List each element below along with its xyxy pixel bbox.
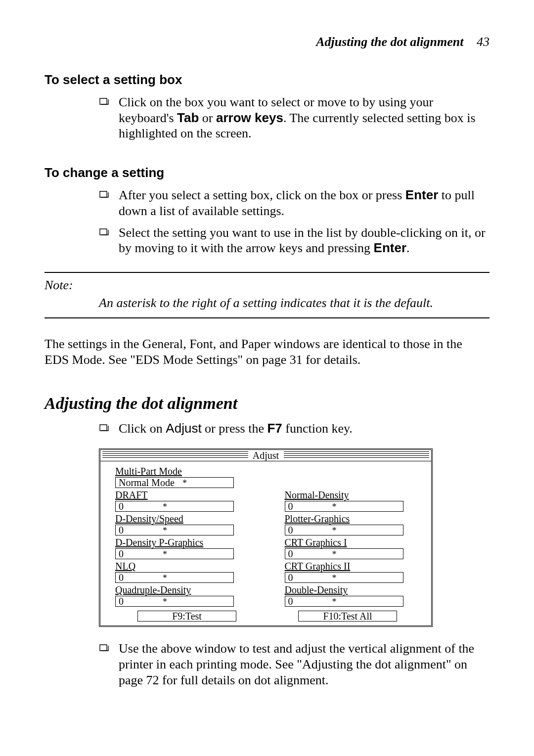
field-label-draft: DRAFT <box>115 489 250 501</box>
field-value: 0 <box>119 501 124 511</box>
dialog-body: Multi-Part Mode Normal Mode * DRAFT 0 * … <box>100 461 431 625</box>
dialog-right-column: Normal-Density 0 * Plotter-Graphics 0 * … <box>285 464 420 608</box>
adjust-dialog-wrap: Adjust Multi-Part Mode Normal Mode * DRA… <box>99 448 490 627</box>
field-value: 0 <box>288 549 293 559</box>
field-value: 0 <box>288 596 293 606</box>
default-asterisk-icon: * <box>332 549 337 559</box>
list-item: Click on the box you want to select or m… <box>99 94 490 141</box>
divider <box>44 317 490 318</box>
field-label-crt-graphics-2: CRT Graphics II <box>285 561 420 572</box>
text: After you select a setting box, click on… <box>119 188 405 202</box>
field-input-plotter-graphics[interactable]: 0 * <box>285 525 403 535</box>
field-value: Normal Mode <box>119 478 175 488</box>
dialog-left-column: Multi-Part Mode Normal Mode * DRAFT 0 * … <box>115 464 250 608</box>
page-number: 43 <box>477 35 490 49</box>
list-item: After you select a setting box, click on… <box>99 187 490 219</box>
field-value: 0 <box>119 525 124 535</box>
text: . <box>406 241 410 255</box>
paragraph: The settings in the General, Font, and P… <box>44 336 490 367</box>
list-item: Select the setting you want to use in th… <box>99 225 490 256</box>
checkbox-bullet-icon <box>99 227 110 236</box>
note-label: Note: <box>44 278 490 293</box>
checkbox-bullet-icon <box>99 423 110 432</box>
bold-text-enter: Enter <box>405 187 438 202</box>
field-label-quadruple-density: Quadruple-Density <box>115 584 250 596</box>
list-item: Click on Adjust or press the F7 function… <box>99 421 490 437</box>
field-input-crt-graphics-2[interactable]: 0 * <box>285 572 403 583</box>
default-asterisk-icon: * <box>332 573 337 583</box>
test-all-button[interactable]: F10:Test All <box>298 611 397 622</box>
field-value: 0 <box>119 549 124 559</box>
field-label-normal-density: Normal-Density <box>285 489 420 501</box>
list-item-text: Click on Adjust or press the F7 function… <box>119 421 490 437</box>
field-input-multi-part[interactable]: Normal Mode * <box>115 477 234 488</box>
field-input-double-density[interactable]: 0 * <box>285 596 403 607</box>
field-input-ddensity-speed[interactable]: 0 * <box>115 525 234 535</box>
bold-text-arrow-keys: arrow keys <box>216 110 283 125</box>
running-title: Adjusting the dot alignment <box>316 35 463 49</box>
default-asterisk-icon: * <box>163 502 167 512</box>
text: function key. <box>282 421 353 436</box>
field-value: 0 <box>119 573 124 582</box>
field-label-crt-graphics-1: CRT Graphics I <box>285 537 420 548</box>
text: or <box>199 111 216 125</box>
field-input-ddensity-pgraphics[interactable]: 0 * <box>115 548 234 559</box>
test-button[interactable]: F9:Test <box>137 611 236 622</box>
divider <box>44 272 490 273</box>
field-label-ddensity-speed: D-Density/Speed <box>115 513 250 525</box>
list-item-text: After you select a setting box, click on… <box>119 187 490 219</box>
titlebar-stripes-icon <box>102 451 248 459</box>
field-input-draft[interactable]: 0 * <box>115 501 234 512</box>
field-input-quadruple-density[interactable]: 0 * <box>115 596 234 607</box>
default-asterisk-icon: * <box>163 549 167 559</box>
heading-change-setting: To change a setting <box>44 165 490 180</box>
list-item-text: Use the above window to test and adjust … <box>119 641 490 688</box>
text: Click on <box>119 421 166 436</box>
default-asterisk-icon: * <box>163 526 167 535</box>
default-asterisk-icon: * <box>163 597 167 607</box>
dialog-title: Adjust <box>250 450 282 461</box>
default-asterisk-icon: * <box>163 573 167 583</box>
field-value: 0 <box>288 525 293 535</box>
list-item: Use the above window to test and adjust … <box>99 641 490 688</box>
field-value: 0 <box>119 596 124 606</box>
titlebar-stripes-icon <box>284 451 430 459</box>
field-value: 0 <box>288 573 293 582</box>
bold-text-tab: Tab <box>177 110 199 125</box>
note-body: An asterisk to the right of a setting in… <box>99 296 490 311</box>
field-input-normal-density[interactable]: 0 * <box>285 501 403 512</box>
dialog-titlebar: Adjust <box>100 450 431 461</box>
heading-select-setting-box: To select a setting box <box>44 72 490 88</box>
heading-adjusting-dot-alignment: Adjusting the dot alignment <box>44 394 490 413</box>
field-input-nlq[interactable]: 0 * <box>115 572 234 583</box>
default-asterisk-icon: * <box>182 478 187 488</box>
bold-text-enter: Enter <box>374 240 406 255</box>
checkbox-bullet-icon <box>99 189 110 198</box>
field-input-crt-graphics-1[interactable]: 0 * <box>285 548 403 559</box>
bold-text-f7: F7 <box>267 421 282 436</box>
list-item-text: Select the setting you want to use in th… <box>119 225 490 256</box>
list-item-text: Click on the box you want to select or m… <box>119 94 490 141</box>
default-asterisk-icon: * <box>332 502 337 512</box>
adjust-dialog: Adjust Multi-Part Mode Normal Mode * DRA… <box>99 448 433 627</box>
field-label-nlq: NLQ <box>115 561 250 572</box>
text: Select the setting you want to use in th… <box>119 225 486 256</box>
field-label-multi-part: Multi-Part Mode <box>115 466 250 477</box>
checkbox-bullet-icon <box>99 643 110 652</box>
field-value: 0 <box>288 501 293 511</box>
dialog-button-row: F9:Test F10:Test All <box>115 611 419 622</box>
default-asterisk-icon: * <box>332 526 337 535</box>
default-asterisk-icon: * <box>332 597 337 607</box>
page: Adjusting the dot alignment 43 To select… <box>0 0 534 756</box>
field-label-double-density: Double-Density <box>285 584 420 596</box>
field-label-ddensity-pgraphics: D-Density P-Graphics <box>115 537 250 548</box>
field-label-plotter-graphics: Plotter-Graphics <box>285 513 420 525</box>
text: or press the <box>202 421 267 436</box>
checkbox-bullet-icon <box>99 96 110 105</box>
running-header: Adjusting the dot alignment 43 <box>44 35 490 49</box>
sans-text-adjust: Adjust <box>166 421 201 436</box>
